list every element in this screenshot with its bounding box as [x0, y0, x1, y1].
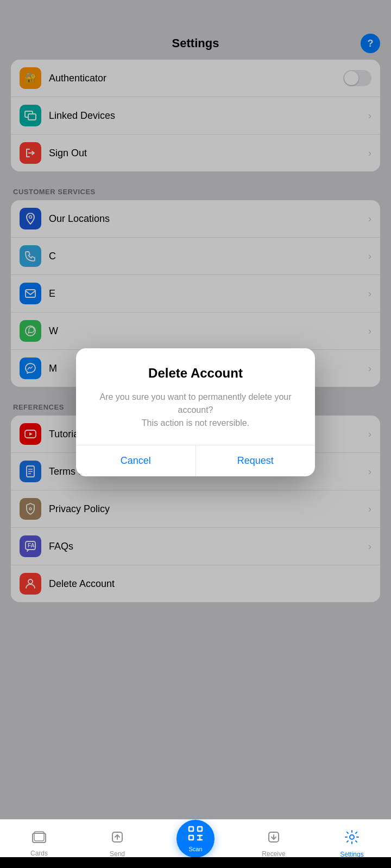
svg-rect-21 — [189, 835, 193, 840]
send-label: Send — [110, 850, 125, 858]
dialog-content: Delete Account Are you sure you want to … — [76, 348, 315, 445]
request-button[interactable]: Request — [196, 445, 316, 476]
cards-label: Cards — [30, 850, 48, 857]
cards-icon — [31, 831, 47, 847]
delete-account-dialog: Delete Account Are you sure you want to … — [76, 348, 315, 476]
dialog-actions: Cancel Request — [76, 445, 315, 476]
dialog-message: Are you sure you want to permanently del… — [91, 391, 300, 430]
settings-icon — [344, 829, 360, 848]
scan-label: Scan — [188, 846, 202, 852]
nav-scan[interactable]: Scan — [156, 831, 235, 858]
scan-button[interactable]: Scan — [176, 820, 215, 858]
receive-icon — [267, 830, 281, 848]
nav-settings[interactable]: Settings — [313, 829, 391, 858]
send-icon — [110, 830, 124, 848]
dialog-title: Delete Account — [91, 366, 300, 381]
nav-receive[interactable]: Receive — [235, 830, 313, 858]
home-indicator — [0, 857, 391, 868]
svg-point-27 — [350, 835, 354, 839]
dialog-overlay: Delete Account Are you sure you want to … — [0, 0, 391, 825]
svg-rect-19 — [189, 827, 193, 831]
cancel-button[interactable]: Cancel — [76, 445, 196, 476]
nav-cards[interactable]: Cards — [0, 831, 78, 857]
scan-icon — [187, 825, 204, 845]
nav-send[interactable]: Send — [78, 830, 156, 858]
svg-rect-20 — [198, 827, 202, 831]
receive-label: Receive — [262, 850, 285, 858]
